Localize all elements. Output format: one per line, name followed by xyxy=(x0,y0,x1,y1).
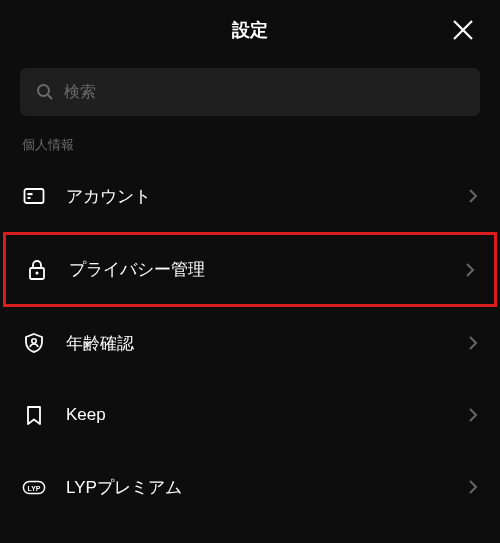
search-container: 検索 xyxy=(0,60,500,120)
svg-rect-6 xyxy=(28,197,31,199)
chevron-right-icon xyxy=(465,262,475,278)
list-item-account[interactable]: アカウント xyxy=(0,160,500,232)
list-item-lyp-premium[interactable]: LYP LYPプレミアム xyxy=(0,451,500,523)
list-item-keep[interactable]: Keep xyxy=(0,379,500,451)
chevron-right-icon xyxy=(468,479,478,495)
lock-icon xyxy=(25,258,49,282)
list-item-privacy[interactable]: プライバシー管理 xyxy=(3,232,497,307)
chevron-right-icon xyxy=(468,407,478,423)
svg-rect-5 xyxy=(28,193,33,195)
svg-point-8 xyxy=(36,271,39,274)
item-label: LYPプレミアム xyxy=(66,476,448,499)
settings-list: アカウント プライバシー管理 年齢確認 xyxy=(0,160,500,523)
svg-rect-4 xyxy=(25,189,44,203)
svg-line-3 xyxy=(48,95,52,99)
search-placeholder: 検索 xyxy=(64,82,96,103)
shield-user-icon xyxy=(22,331,46,355)
chevron-right-icon xyxy=(468,335,478,351)
svg-point-9 xyxy=(32,339,36,343)
item-label: アカウント xyxy=(66,185,448,208)
search-input[interactable]: 検索 xyxy=(20,68,480,116)
svg-point-2 xyxy=(38,85,49,96)
close-icon xyxy=(452,19,474,41)
item-label: 年齢確認 xyxy=(66,332,448,355)
id-card-icon xyxy=(22,184,46,208)
item-label: プライバシー管理 xyxy=(69,258,445,281)
header: 設定 xyxy=(0,0,500,60)
chevron-right-icon xyxy=(468,188,478,204)
close-button[interactable] xyxy=(450,17,476,43)
section-label: 個人情報 xyxy=(0,120,500,160)
svg-text:LYP: LYP xyxy=(28,485,41,492)
item-label: Keep xyxy=(66,405,448,425)
lyp-icon: LYP xyxy=(22,475,46,499)
bookmark-icon xyxy=(22,403,46,427)
list-item-age[interactable]: 年齢確認 xyxy=(0,307,500,379)
page-title: 設定 xyxy=(232,18,268,42)
search-icon xyxy=(36,83,54,101)
